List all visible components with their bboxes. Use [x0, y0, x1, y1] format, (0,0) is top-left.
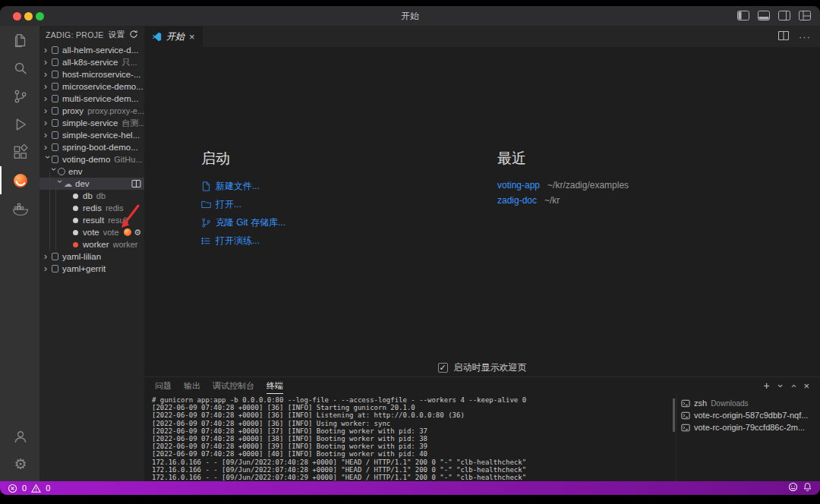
chevron-right-icon: › — [44, 70, 52, 79]
walkthrough-list-icon — [201, 236, 211, 246]
new-file-icon — [201, 181, 211, 191]
tree-item-env[interactable]: ›env — [39, 165, 144, 178]
run-debug-icon[interactable] — [0, 110, 39, 138]
status-bar: 0 0 — [0, 481, 820, 495]
panel-close-icon[interactable]: × — [803, 381, 809, 391]
terminal-list-item-vote-rc-2[interactable]: vote-rc-origin-79ccfd86c-2m... — [681, 421, 817, 433]
toggle-secondary-sidebar-icon[interactable] — [778, 11, 790, 20]
more-actions-icon[interactable]: ··· — [799, 31, 811, 43]
tree-item-voting-demo[interactable]: ›voting-demoGitHu... — [39, 153, 144, 165]
project-icon — [52, 71, 58, 78]
tree-item-project[interactable]: ›host-microservice-... — [39, 68, 144, 80]
error-icon — [8, 484, 17, 493]
docker-icon[interactable] — [0, 194, 39, 222]
tree-item-project[interactable]: ›multi-service-dem... — [39, 93, 144, 105]
close-window-button[interactable] — [13, 12, 21, 20]
tree-item-label: proxy — [62, 106, 84, 115]
tree-item-desc: result — [108, 216, 128, 225]
toggle-sidebar-icon[interactable] — [737, 11, 749, 20]
refresh-icon[interactable] — [129, 28, 138, 42]
terminal-scrollbar[interactable] — [673, 398, 675, 432]
chevron-down-icon: › — [43, 156, 52, 163]
tree-item-project[interactable]: ›all-helm-service-d... — [39, 44, 144, 56]
minimize-window-button[interactable] — [24, 12, 33, 20]
tree-item-label: result — [83, 216, 104, 225]
tree-item-desc: 只... — [122, 57, 137, 68]
clone-git-repo-link[interactable]: 克隆 Git 存储库... — [201, 216, 285, 229]
recent-item-link[interactable]: zadig-doc — [497, 195, 537, 206]
tree-item-project[interactable]: ›yaml+gerrit — [39, 263, 144, 275]
project-icon — [52, 95, 58, 102]
tree-item-desc: vote — [103, 228, 119, 237]
editor-area: 开始 × ··· 启动 新建文件... 打开... 克隆 Git 存储库... … — [144, 26, 820, 481]
customize-layout-icon[interactable] — [799, 11, 811, 20]
tree-item-project[interactable]: ›proxyproxy.proxy-e... — [39, 105, 144, 117]
panel-maximize-icon[interactable]: › — [788, 384, 798, 387]
show-welcome-checkbox[interactable]: ✓ — [438, 363, 448, 373]
tree-item-project[interactable]: ›all-k8s-service只... — [39, 56, 144, 68]
welcome-page: 启动 新建文件... 打开... 克隆 Git 存储库... 打开演练... 最… — [144, 47, 820, 376]
zadig-extension-icon[interactable] — [0, 166, 39, 194]
tree-item-project[interactable]: ›microservice-demo... — [39, 80, 144, 93]
terminal-profile-dropdown-icon[interactable]: › — [775, 384, 785, 387]
tree-item-label: worker — [83, 240, 109, 249]
account-icon[interactable] — [0, 422, 39, 450]
recent-item-link[interactable]: voting-app — [497, 180, 540, 191]
recent-item: voting-app ~/kr/zadig/examples — [497, 180, 629, 191]
tab-welcome[interactable]: 开始 × — [144, 26, 203, 47]
terminal-list-item-vote-rc-1[interactable]: vote-rc-origin-587c9dbb7-nqf... — [681, 409, 817, 421]
terminal-list-item-zsh[interactable]: zsh Downloads — [681, 397, 817, 409]
tab-close-icon[interactable]: × — [189, 32, 195, 42]
notifications-bell-icon[interactable] — [803, 481, 812, 495]
service-settings-icon[interactable]: ⚙ — [134, 228, 141, 237]
welcome-tab-icon — [152, 32, 162, 42]
panel-tab-debug-console[interactable]: 调试控制台 — [213, 378, 254, 394]
bottom-panel: 问题 输出 调试控制台 终端 + › › × # gunicorn app:ap… — [144, 376, 820, 481]
problems-status[interactable]: 0 0 — [8, 484, 50, 493]
tree-item-desc: redis — [106, 203, 124, 213]
tree-item-project[interactable]: ›simple-service-hel... — [39, 129, 144, 141]
explorer-icon[interactable] — [0, 26, 39, 54]
tree-item-project[interactable]: ›simple-service自测... — [39, 117, 144, 129]
terminal-icon — [681, 424, 690, 432]
tree-item-project[interactable]: ›yaml-lilian — [39, 250, 144, 263]
sidebar-settings-link[interactable]: 设置 — [109, 30, 125, 40]
new-file-link[interactable]: 新建文件... — [201, 180, 285, 193]
indent-guide — [55, 184, 56, 250]
new-terminal-icon[interactable]: + — [764, 380, 770, 391]
split-editor-icon[interactable] — [778, 30, 789, 43]
search-icon[interactable] — [0, 54, 39, 82]
tree-item-project[interactable]: ›spring-boot-demo... — [39, 141, 144, 153]
source-control-icon[interactable] — [0, 82, 39, 110]
sidebar-title: ZADIG: PROJECT — [46, 30, 104, 39]
chevron-down-icon: › — [49, 168, 58, 175]
chevron-right-icon: › — [44, 82, 52, 91]
panel-tab-terminal[interactable]: 终端 — [266, 378, 283, 394]
start-heading: 启动 — [201, 149, 285, 169]
chevron-right-icon: › — [44, 106, 52, 115]
open-link[interactable]: 打开... — [201, 198, 285, 211]
open-walkthrough-link[interactable]: 打开演练... — [201, 235, 285, 247]
feedback-icon[interactable] — [788, 481, 798, 495]
project-icon — [52, 253, 58, 260]
panel-tab-output[interactable]: 输出 — [184, 378, 200, 394]
tree-item-label: simple-service — [62, 118, 118, 128]
terminal-output[interactable]: # gunicorn app:app -b 0.0.0.0:80 --log-f… — [144, 394, 671, 481]
tree-item-desc: worker — [113, 240, 138, 249]
project-icon — [52, 58, 58, 66]
toggle-panel-icon[interactable] — [758, 11, 770, 20]
warning-count: 0 — [46, 484, 50, 493]
editor-tab-bar: 开始 × ··· — [144, 26, 820, 47]
extensions-icon[interactable] — [0, 138, 39, 166]
open-environment-icon[interactable] — [131, 179, 141, 188]
folder-open-icon — [201, 200, 211, 209]
vscode-window: 开始 — [0, 6, 820, 495]
project-icon — [52, 46, 58, 54]
zoom-window-button[interactable] — [36, 12, 44, 20]
panel-tab-problems[interactable]: 问题 — [155, 378, 172, 394]
zadig-service-icon[interactable] — [124, 228, 131, 236]
tree-item-label: spring-boot-demo... — [62, 143, 138, 152]
tree-item-desc: GitHu... — [114, 155, 142, 164]
show-welcome-label: 启动时显示欢迎页 — [454, 361, 527, 374]
settings-gear-icon[interactable]: ⚙ — [0, 450, 39, 478]
